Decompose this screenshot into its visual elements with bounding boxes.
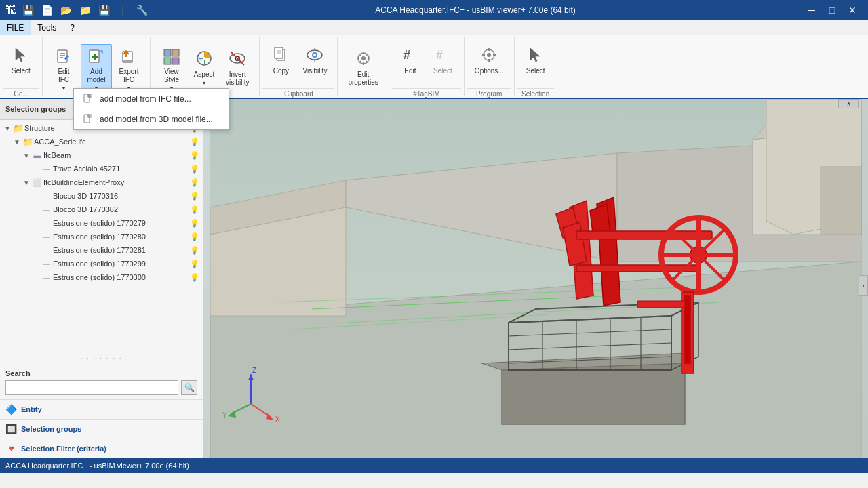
tree-toggle-ifcbeam[interactable]: ▼	[22, 152, 31, 159]
tree-label-ifcbuilding: IfcBuildingElementProxy	[43, 178, 189, 186]
tree-label-trave: Trave Acciaio 45271	[53, 165, 189, 173]
selection-filter-header[interactable]: 🔻 Selection Filter (criteria)	[0, 439, 203, 458]
visibility-icon-est281[interactable]: 💡	[189, 245, 200, 256]
close-button[interactable]: ✕	[842, 0, 863, 20]
status-text: ACCA Headquarter.IFC+ - usBIM.viewer+ 7.…	[5, 462, 189, 470]
add-from-3d-item[interactable]: add model from 3D model file...	[74, 109, 229, 129]
aspect-arrow: ▾	[203, 80, 205, 86]
viewport[interactable]: Z X Y › ∧	[203, 99, 868, 458]
collapse-right-btn[interactable]: ›	[859, 275, 868, 296]
maximize-button[interactable]: □	[822, 0, 842, 20]
svg-rect-0	[58, 50, 67, 62]
selection-select-button[interactable]: Select	[520, 41, 551, 87]
visibility-icon-ifcbuilding[interactable]: 💡	[189, 177, 200, 188]
visibility-icon-trave[interactable]: 💡	[189, 163, 200, 174]
menu-help[interactable]: ?	[63, 20, 81, 35]
tree-node-blocco-2[interactable]: ― Blocco 3D 1770382 💡	[28, 203, 203, 216]
ribbon-group-clipboard-items: Copy Visibility	[262, 38, 334, 88]
tree-icon-ifcbeam: ▬	[31, 149, 43, 161]
selection-groups-section[interactable]: 🔲 Selection groups	[0, 419, 203, 439]
entity-icon: 🔷	[5, 404, 17, 415]
tree-node-acca-sede[interactable]: ▼ 📁 ACCA_Sede.ifc 💡	[9, 135, 203, 148]
tree-node-est-280[interactable]: ― Estrusione (solido) 1770280 💡	[28, 230, 203, 243]
window-title: ACCA Headquarter.IFC+ - usBIM.viewer+ 7.…	[375, 5, 575, 15]
entity-section[interactable]: 🔷 Entity	[0, 399, 203, 419]
invert-visibility-button[interactable]: Invertvisibility	[221, 44, 254, 90]
svg-rect-89	[637, 301, 685, 308]
tree-node-est-300[interactable]: ― Estrusione (solido) 1770300 💡	[28, 270, 203, 284]
visibility-icon-est299[interactable]: 💡	[189, 258, 200, 269]
view-style-label: ViewStyle	[164, 68, 179, 84]
tree-icon-trave: ―	[41, 163, 53, 175]
tree-icon-ifcbuilding: ⬜	[31, 176, 43, 188]
selection-groups-header[interactable]: 🔲 Selection groups	[0, 420, 203, 439]
select-button[interactable]: Select	[5, 41, 37, 87]
menu-tools[interactable]: Tools	[31, 20, 63, 35]
svg-marker-62	[502, 363, 685, 424]
ribbon-group-tagbim: # Edit # Select #TagBIM	[389, 37, 465, 96]
scroll-indicator: · · · · · · ·	[0, 352, 203, 365]
tree-label-est279: Estrusione (solido) 1770279	[53, 219, 189, 227]
ribbon-group-clipboard: Copy Visibility Clipboard	[260, 37, 338, 96]
tree-label-est280: Estrusione (solido) 1770280	[53, 232, 189, 241]
entity-header[interactable]: 🔷 Entity	[0, 400, 203, 419]
tree-toggle-structure[interactable]: ▼	[3, 125, 12, 132]
selection-filter-icon: 🔻	[5, 443, 17, 454]
visibility-button[interactable]: Visibility	[298, 41, 332, 87]
visibility-icon-ifcbeam[interactable]: 💡	[189, 150, 200, 161]
edit-tag-button[interactable]: # Edit	[395, 41, 426, 87]
svg-rect-79	[576, 231, 712, 239]
ribbon-group-properties: Editproperties	[338, 37, 389, 96]
ribbon-group-program-items: Options...	[467, 38, 511, 88]
qa-open-recent[interactable]: 📁	[77, 3, 92, 18]
select-tag-button[interactable]: # Select	[427, 41, 458, 87]
tree-toggle-acca[interactable]: ▼	[12, 138, 22, 146]
add-model-button[interactable]: Addmodel ▾	[81, 44, 112, 90]
copy-button[interactable]: Copy	[265, 41, 296, 87]
collapse-top-btn[interactable]: ∧	[838, 99, 859, 108]
minimize-button[interactable]: ─	[802, 0, 822, 20]
visibility-icon-est279[interactable]: 💡	[189, 218, 200, 228]
tree-node-est-281[interactable]: ― Estrusione (solido) 1770281 💡	[28, 243, 203, 257]
view-style-button[interactable]: ViewStyle ▾	[156, 44, 187, 90]
title-bar: 🏗 💾 📄 📂 📁 💾 | 🔧 ACCA Headquarter.IFC+ - …	[0, 0, 868, 20]
visibility-icon-est300[interactable]: 💡	[189, 272, 200, 283]
svg-point-29	[361, 56, 366, 60]
search-input[interactable]	[5, 380, 178, 395]
tree-node-est-279[interactable]: ― Estrusione (solido) 1770279 💡	[28, 216, 203, 230]
tree-node-trave[interactable]: ― Trave Acciaio 45271 💡	[28, 162, 203, 176]
options-button[interactable]: Options...	[470, 41, 509, 87]
export-ifc-button[interactable]: ExportIFC ▾	[113, 44, 144, 90]
selection-filter-section[interactable]: 🔻 Selection Filter (criteria)	[0, 439, 203, 458]
visibility-icon-blocco1[interactable]: 💡	[189, 190, 200, 201]
visibility-icon-acca[interactable]: 💡	[189, 136, 200, 147]
title-bar-left: 🏗 💾 📄 📂 📁 💾 | 🔧	[5, 3, 149, 18]
tree-toggle-ifcbuilding[interactable]: ▼	[22, 179, 31, 186]
ribbon-group-program: Options... Program	[465, 37, 515, 96]
add-from-ifc-item[interactable]: add model from IFC file...	[74, 89, 229, 109]
visibility-icon-est280[interactable]: 💡	[189, 231, 200, 242]
visibility-icon-blocco2[interactable]: 💡	[189, 204, 200, 215]
edit-ifc-button[interactable]: EditIFC ▾	[48, 44, 79, 90]
edit-properties-button[interactable]: Editproperties	[343, 44, 382, 90]
tree-container[interactable]: ▼ 📁 Structure 💡 ▼ 📁 ACCA_Sede.ifc 💡 ▼ ▬ …	[0, 120, 203, 352]
aspect-button[interactable]: Aspect ▾	[189, 44, 220, 90]
qa-extra[interactable]: 🔧	[134, 3, 149, 18]
entity-label: Entity	[21, 405, 42, 413]
qa-new[interactable]: 📄	[39, 3, 54, 18]
tree-node-ifcbuilding[interactable]: ▼ ⬜ IfcBuildingElementProxy 💡	[19, 176, 203, 189]
qa-save-as[interactable]: 💾	[96, 3, 111, 18]
menu-file[interactable]: FILE	[0, 20, 31, 35]
qa-save[interactable]: 💾	[20, 3, 35, 18]
svg-rect-88	[685, 296, 690, 363]
ribbon-group-ifc-items: EditIFC ▾ Addmodel ▾	[45, 38, 147, 95]
svg-text:#: #	[403, 48, 410, 62]
search-section: Search 🔍	[0, 365, 203, 399]
select-label: Select	[12, 67, 31, 75]
tree-node-est-299[interactable]: ― Estrusione (solido) 1770299 💡	[28, 257, 203, 270]
tree-node-blocco-1[interactable]: ― Blocco 3D 1770316 💡	[28, 189, 203, 203]
qa-open[interactable]: 📂	[58, 3, 73, 18]
search-button[interactable]: 🔍	[181, 380, 197, 395]
tree-node-ifcbeam[interactable]: ▼ ▬ IfcBeam 💡	[19, 148, 203, 162]
edit-ifc-arrow: ▾	[62, 85, 65, 92]
